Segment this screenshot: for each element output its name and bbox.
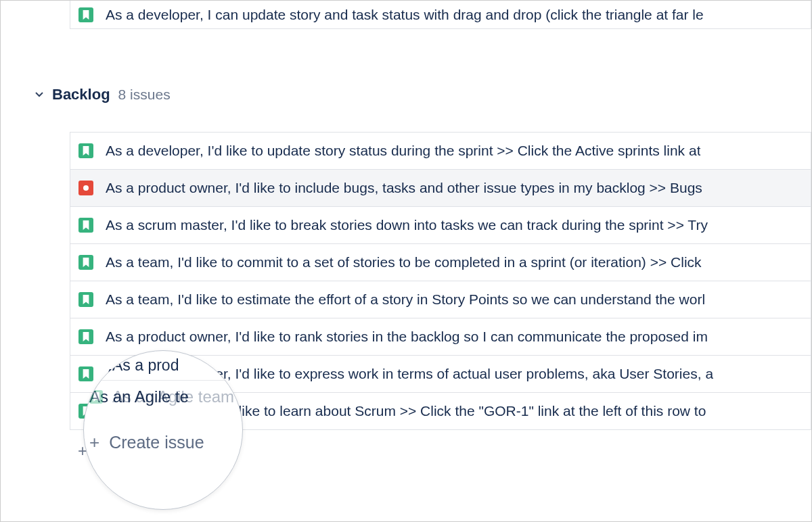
issue-summary: As a product owner, I'd like to rank sto… bbox=[106, 329, 708, 345]
story-icon bbox=[78, 218, 93, 233]
issue-summary: As a team, I'd like to commit to a set o… bbox=[106, 254, 702, 270]
lens-create-label: Create issue bbox=[109, 433, 204, 452]
lens-create-issue[interactable]: + Create issue bbox=[84, 424, 242, 460]
chevron-down-icon[interactable] bbox=[33, 89, 45, 101]
issue-row[interactable]: As a scrum master, I'd like to break sto… bbox=[70, 207, 811, 244]
issue-summary: As a developer, I can update story and t… bbox=[106, 7, 704, 23]
issue-row[interactable]: As a product owner, I'd like to include … bbox=[70, 170, 811, 207]
bug-icon bbox=[78, 181, 93, 195]
issue-summary: As a developer, I'd like to update story… bbox=[106, 143, 700, 159]
backlog-header[interactable]: Backlog 8 issues bbox=[33, 86, 811, 103]
issue-summary: As a scrum master, I'd like to break sto… bbox=[106, 217, 708, 233]
lens-issue-row: As an Agile te As an Agile team bbox=[84, 381, 242, 413]
issue-row[interactable]: As a team, I'd like to commit to a set o… bbox=[70, 244, 811, 281]
story-icon bbox=[78, 143, 93, 158]
sprint-issue-row[interactable]: As a developer, I can update story and t… bbox=[70, 1, 811, 29]
issue-summary: As a team, I'd like to estimate the effo… bbox=[106, 291, 705, 308]
backlog-title: Backlog bbox=[52, 86, 110, 103]
story-icon bbox=[78, 255, 93, 270]
backlog-count: 8 issues bbox=[118, 87, 171, 103]
zoom-lens: As a prod As an Agile te As an Agile tea… bbox=[83, 350, 243, 510]
issue-row[interactable]: As a team, I'd like to estimate the effo… bbox=[70, 281, 811, 318]
story-icon bbox=[78, 329, 93, 344]
story-icon bbox=[78, 7, 93, 22]
story-icon bbox=[78, 366, 93, 381]
issue-row[interactable]: As a product owner, I'd like to rank sto… bbox=[70, 318, 811, 356]
story-icon bbox=[78, 292, 93, 307]
issue-summary: As a product owner, I'd like to include … bbox=[106, 180, 702, 196]
lens-input-text: As an Agile te bbox=[89, 387, 189, 406]
svg-point-0 bbox=[83, 185, 89, 191]
issue-row[interactable]: As a developer, I'd like to update story… bbox=[70, 133, 811, 170]
plus-icon: + bbox=[89, 433, 99, 451]
